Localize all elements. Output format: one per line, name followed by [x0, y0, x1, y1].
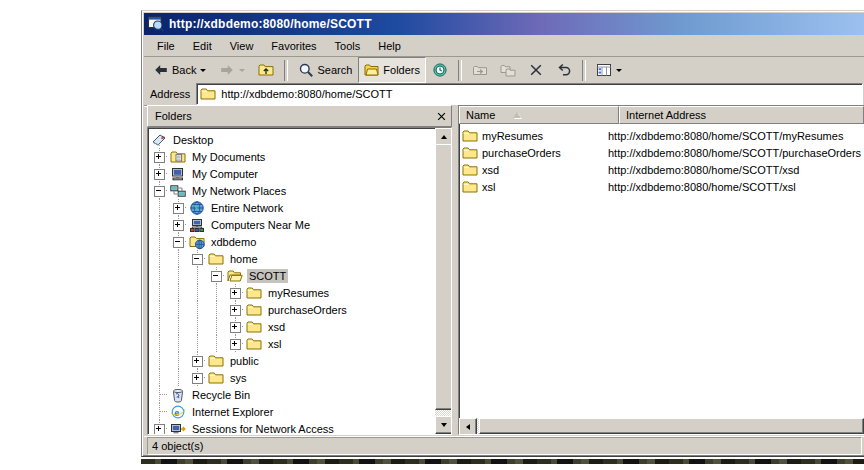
tree-guide-line	[188, 284, 207, 301]
scroll-down-button[interactable]	[435, 416, 452, 434]
expand-icon[interactable]	[230, 322, 241, 333]
sort-ascending-icon	[513, 112, 521, 118]
tree-guide-line	[188, 301, 207, 318]
status-text-pane: 4 object(s)	[147, 437, 862, 455]
tree-item-public: public	[148, 352, 435, 369]
address-label: Address	[146, 88, 196, 100]
undo-button[interactable]	[550, 57, 578, 83]
search-button[interactable]: Search	[292, 57, 358, 83]
tree-item-label[interactable]: Desktop	[171, 133, 215, 147]
tree-item-label[interactable]: Internet Explorer	[190, 405, 275, 419]
tree-item-label[interactable]: home	[228, 252, 260, 266]
folder-icon	[246, 285, 262, 301]
tree-item-label[interactable]: xsd	[266, 320, 287, 334]
column-header-name[interactable]: Name	[459, 106, 619, 124]
address-input[interactable]: http://xdbdemo:8080/home/SCOTT	[196, 83, 863, 105]
expand-icon[interactable]	[154, 152, 165, 163]
collapse-icon[interactable]	[192, 254, 203, 265]
menu-view[interactable]: View	[221, 37, 263, 55]
search-icon	[298, 62, 314, 78]
expand-icon[interactable]	[230, 288, 241, 299]
tree-guide-line	[207, 284, 226, 301]
scrollbar-thumb[interactable]	[435, 144, 452, 410]
tree-item-label[interactable]: SCOTT	[247, 269, 288, 283]
tree-item-label[interactable]: Recycle Bin	[190, 388, 252, 402]
tree-item-label[interactable]: My Computer	[190, 167, 260, 181]
web-folder-icon	[189, 234, 205, 250]
list-item-xsl[interactable]: xslhttp://xdbdemo:8080/home/SCOTT/xsl	[459, 178, 864, 195]
tree-item-label[interactable]: My Documents	[190, 150, 267, 164]
toolbar-separator	[284, 60, 288, 81]
list-horizontal-scrollbar[interactable]	[459, 418, 864, 434]
expand-icon[interactable]	[154, 424, 165, 434]
tree-guide-line	[169, 216, 188, 233]
tree-item-xdbdemo: xdbdemo	[148, 233, 435, 250]
menu-help[interactable]: Help	[369, 37, 410, 55]
folder-icon	[246, 302, 262, 318]
history-button[interactable]	[426, 57, 454, 83]
list-item-xsd[interactable]: xsdhttp://xdbdemo:8080/home/SCOTT/xsd	[459, 161, 864, 178]
tree-item-label[interactable]: purchaseOrders	[266, 303, 349, 317]
close-folders-button[interactable]	[433, 109, 449, 123]
expand-icon[interactable]	[173, 220, 184, 231]
file-name[interactable]: purchaseOrders	[482, 147, 561, 159]
file-name[interactable]: myResumes	[482, 130, 543, 142]
tree-item-myresumes: myResumes	[148, 284, 435, 301]
title-bar[interactable]: http://xdbdemo:8080/home/SCOTT	[144, 13, 864, 35]
expand-icon[interactable]	[192, 373, 203, 384]
folder-icon	[462, 128, 478, 144]
tree-item-label[interactable]: sys	[228, 371, 249, 385]
tree-item-label[interactable]: public	[228, 354, 261, 368]
tree-vertical-scrollbar[interactable]	[435, 128, 451, 434]
column-header-internet-address[interactable]: Internet Address	[619, 106, 864, 124]
tree-item-label[interactable]: xdbdemo	[209, 235, 258, 249]
menu-favorites[interactable]: Favorites	[262, 37, 325, 55]
list-item-purchaseorders[interactable]: purchaseOrdershttp://xdbdemo:8080/home/S…	[459, 144, 864, 161]
tree-item-label[interactable]: My Network Places	[190, 184, 288, 198]
internet-explorer-icon: e	[170, 404, 186, 420]
tree-item-label[interactable]: Entire Network	[209, 201, 285, 215]
tree-guide-line	[169, 352, 188, 369]
address-bar: Address http://xdbdemo:8080/home/SCOTT	[144, 83, 864, 106]
tree-item-my-computer: My Computer	[148, 165, 435, 182]
scrollbar-thumb[interactable]	[479, 418, 864, 434]
tree-item-label[interactable]: Computers Near Me	[209, 218, 312, 232]
collapse-icon[interactable]	[211, 271, 222, 282]
folders-explorer-bar: Folders DesktopMy DocumentsMy ComputerMy…	[147, 105, 452, 435]
views-button[interactable]	[590, 57, 629, 83]
tree-item-label[interactable]: myResumes	[266, 286, 331, 300]
folder-open-icon	[227, 268, 243, 284]
explorer-window: http://xdbdemo:8080/home/SCOTT FileEditV…	[141, 10, 864, 457]
back-dropdown-icon[interactable]	[200, 69, 206, 72]
tree-item-my-network-places: My Network Places	[148, 182, 435, 199]
tree-guide-line	[188, 352, 207, 369]
tree-guide-line	[150, 403, 169, 420]
views-dropdown-icon[interactable]	[616, 69, 622, 72]
menu-file[interactable]: File	[148, 37, 184, 55]
tree-item-recycle-bin: Recycle Bin	[148, 386, 435, 403]
file-internet-address: http://xdbdemo:8080/home/SCOTT/myResumes	[608, 130, 864, 142]
expand-icon[interactable]	[192, 356, 203, 367]
file-name[interactable]: xsd	[482, 164, 499, 176]
collapse-icon[interactable]	[154, 186, 165, 197]
file-name[interactable]: xsl	[482, 181, 495, 193]
menu-edit[interactable]: Edit	[184, 37, 221, 55]
menu-tools[interactable]: Tools	[326, 37, 370, 55]
expand-icon[interactable]	[230, 339, 241, 350]
collapse-icon[interactable]	[173, 237, 184, 248]
tree-item-label[interactable]: Sessions for Network Access	[190, 422, 336, 435]
expand-icon[interactable]	[173, 203, 184, 214]
folders-button[interactable]: Folders	[358, 57, 426, 83]
copy-to-button[interactable]	[494, 57, 522, 83]
forward-dropdown-icon[interactable]	[239, 69, 245, 72]
list-item-myresumes[interactable]: myResumeshttp://xdbdemo:8080/home/SCOTT/…	[459, 127, 864, 144]
delete-button[interactable]	[522, 57, 550, 83]
up-button[interactable]	[252, 57, 280, 83]
move-to-button[interactable]	[466, 57, 494, 83]
expand-icon[interactable]	[230, 305, 241, 316]
forward-button[interactable]	[213, 57, 252, 83]
back-button[interactable]: Back	[147, 57, 213, 83]
tree-item-label[interactable]: xsl	[266, 337, 283, 351]
expand-icon[interactable]	[154, 169, 165, 180]
scroll-left-button[interactable]	[459, 418, 477, 435]
